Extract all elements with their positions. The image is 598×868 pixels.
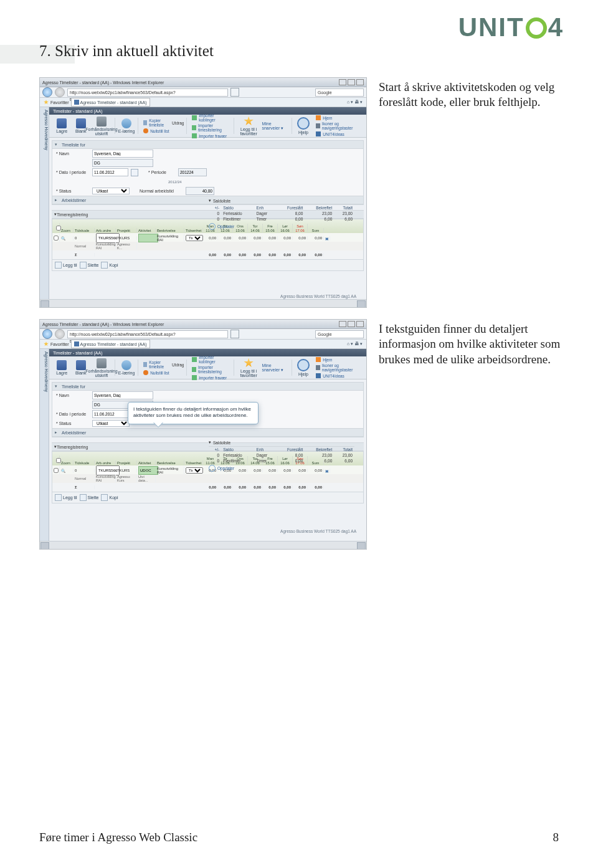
copy-row-button[interactable]: Kopi bbox=[101, 494, 118, 501]
my-shortcuts-link[interactable]: Mine snarveier ▾ bbox=[262, 122, 288, 131]
zoom-icon[interactable]: 🔍 bbox=[60, 469, 74, 473]
star-icon[interactable] bbox=[44, 100, 49, 105]
icons-nav-link[interactable]: Ikoner og navigeringstaster bbox=[316, 363, 363, 372]
side-menu-vertical[interactable]: Agresso Hovedmeny bbox=[40, 107, 49, 300]
url-field[interactable]: http://noos-webdw02pc1/abwfinance563/Def… bbox=[67, 88, 228, 97]
print-preview-button[interactable]: Forhåndsvisning utskrift bbox=[91, 358, 112, 378]
name-input[interactable] bbox=[92, 391, 153, 399]
star-icon[interactable] bbox=[44, 341, 49, 346]
twisty-icon: ▾ bbox=[55, 384, 60, 389]
reset-list-link[interactable]: Nullstill list bbox=[143, 370, 184, 375]
horizontal-scrollbar[interactable] bbox=[40, 541, 366, 549]
row-action-icon[interactable]: ▣ bbox=[324, 236, 330, 241]
date-input[interactable] bbox=[92, 168, 128, 176]
ie-tools-icons[interactable]: ⌂ ▾ 🖶 ▾ bbox=[347, 100, 363, 105]
form-panel-header[interactable]: ▾Timeliste for bbox=[52, 141, 363, 149]
elearn-button[interactable]: E-læring bbox=[118, 360, 135, 375]
help-button[interactable]: Hjelp bbox=[295, 359, 312, 376]
date-input[interactable] bbox=[92, 410, 128, 418]
window-controls[interactable] bbox=[339, 79, 364, 85]
table-total-row: Σ 0,00 0,00 0,00 0,00 0,00 0,00 0,00 0,0… bbox=[52, 250, 363, 259]
add-favorite-button[interactable]: Legg til i favoritter bbox=[237, 117, 261, 136]
table-row[interactable]: 🔍 0 TKURS Kursutvikling RAI Timer 0,00 0… bbox=[52, 233, 363, 242]
add-row-button[interactable]: Legg til bbox=[55, 494, 77, 501]
print-preview-button[interactable]: Forhåndsvisning utskrift bbox=[91, 117, 112, 136]
name-input[interactable] bbox=[92, 150, 153, 158]
info-icon bbox=[297, 359, 310, 371]
arbeidstimer-header[interactable]: ▸Arbeidstimer bbox=[52, 428, 363, 437]
elearn-icon bbox=[121, 360, 131, 370]
table-total-row: Σ 0,00 0,00 0,00 0,00 0,00 0,00 0,00 0,0… bbox=[52, 483, 363, 492]
import-timesheet-link[interactable]: Importer timeslistering bbox=[192, 123, 231, 132]
row-actions-bar: Legg til Slette Kopi bbox=[52, 260, 364, 271]
help-button[interactable]: Hjelp bbox=[295, 117, 312, 135]
delete-row-button[interactable]: Slette bbox=[80, 494, 99, 501]
ie-tools-icons[interactable]: ⌂ ▾ 🖶 ▾ bbox=[347, 341, 363, 346]
delete-row-button[interactable]: Slette bbox=[80, 262, 99, 269]
window-controls[interactable] bbox=[339, 321, 364, 327]
status-select[interactable]: Utkast bbox=[92, 420, 130, 427]
fav-chip-1[interactable]: Agresso Timelister - standard (AA) bbox=[71, 340, 150, 348]
refresh-icon[interactable] bbox=[230, 330, 239, 338]
import-links-link[interactable]: Importer koblinger bbox=[192, 113, 231, 122]
my-shortcuts-link[interactable]: Mine snarveier ▾ bbox=[262, 363, 288, 373]
home-link[interactable]: Hjem bbox=[316, 115, 363, 120]
import-absence-link[interactable]: Importer fravær bbox=[192, 133, 231, 138]
import-icon bbox=[192, 133, 197, 138]
url-field[interactable]: http://noos-webdw02pc1/abwfinance563/Def… bbox=[67, 330, 228, 338]
side-menu-vertical[interactable]: Agresso Hovedmeny bbox=[40, 349, 49, 542]
reset-list-link[interactable]: Nullstill list bbox=[143, 128, 184, 133]
tids-select[interactable]: Timer bbox=[186, 235, 203, 241]
instruction-text-1: Start å skrive aktivitetskoden og velg f… bbox=[379, 80, 569, 110]
copy-timesheet-link[interactable]: Kopier timeliste Utdrag bbox=[143, 118, 184, 127]
nav-back-icon[interactable] bbox=[42, 87, 52, 97]
nav-back-icon[interactable] bbox=[42, 329, 52, 339]
save-button[interactable]: Lagre bbox=[53, 360, 70, 375]
copy-row-button[interactable]: Kopi bbox=[101, 262, 118, 269]
app-toolbar: Lagre Blank Forhåndsvisning utskrift E-l… bbox=[49, 115, 366, 138]
import-icon bbox=[192, 367, 196, 372]
horizontal-scrollbar[interactable] bbox=[40, 299, 366, 307]
add-row-button[interactable]: Legg til bbox=[55, 262, 77, 269]
ie-title-text: Agresso Timelister - standard (AA) - Win… bbox=[42, 322, 164, 327]
copy-timesheet-link[interactable]: Kopier timeliste Utdrag bbox=[143, 360, 184, 369]
save-button[interactable]: Lagre bbox=[53, 118, 70, 133]
ideas-link[interactable]: UNIT4Ideas bbox=[316, 373, 363, 378]
row-checkbox[interactable] bbox=[54, 236, 59, 241]
favorite-star-icon bbox=[244, 358, 254, 368]
import-absence-link[interactable]: Importer fravær bbox=[192, 375, 231, 380]
search-field[interactable]: Google bbox=[315, 330, 364, 338]
ideas-link[interactable]: UNIT4Ideas bbox=[316, 131, 363, 136]
search-field[interactable]: Google bbox=[315, 88, 364, 97]
nav-fwd-icon[interactable] bbox=[55, 329, 65, 339]
update-balance-link[interactable]: Oppdater bbox=[209, 465, 354, 472]
max-button[interactable] bbox=[348, 79, 355, 85]
refresh-icon[interactable] bbox=[230, 88, 239, 97]
update-balance-link[interactable]: Oppdater bbox=[209, 223, 354, 230]
tids-select[interactable]: Timer bbox=[186, 467, 203, 474]
calendar-icon[interactable] bbox=[131, 169, 138, 176]
nav-fwd-icon[interactable] bbox=[55, 87, 65, 97]
home-link[interactable]: Hjem bbox=[316, 357, 363, 362]
close-button[interactable] bbox=[356, 79, 364, 85]
minus-icon bbox=[80, 262, 87, 269]
close-button[interactable] bbox=[356, 321, 364, 327]
name-label: * Navn bbox=[56, 151, 90, 156]
zoom-icon[interactable]: 🔍 bbox=[60, 236, 74, 241]
min-button[interactable] bbox=[339, 79, 346, 85]
icons-nav-link[interactable]: Ikoner og navigeringstaster bbox=[316, 122, 363, 130]
elearn-button[interactable]: E-læring bbox=[118, 118, 135, 133]
row-checkbox[interactable] bbox=[54, 468, 59, 473]
import-links-link[interactable]: Importer koblinger bbox=[192, 355, 231, 364]
name-code-input[interactable] bbox=[92, 159, 153, 167]
min-button[interactable] bbox=[339, 321, 346, 327]
balance-table: +/- Saldo Enh Foreslått Bekreftet Totalt… bbox=[209, 447, 354, 464]
status-select[interactable]: Utkast bbox=[92, 188, 130, 194]
balance-panel: ▾ Saldoliste +/- Saldo Enh Foreslått Bek… bbox=[209, 198, 354, 230]
fav-chip-1[interactable]: Agresso Timelister - standard (AA) bbox=[71, 98, 150, 107]
form-panel-header[interactable]: ▾Timeliste for bbox=[52, 383, 363, 391]
max-button[interactable] bbox=[348, 321, 355, 327]
add-favorite-button[interactable]: Legg til i favoritter bbox=[237, 358, 261, 378]
import-timesheet-link[interactable]: Importer timeslistering bbox=[192, 365, 231, 374]
logo-ring-icon bbox=[526, 17, 547, 39]
